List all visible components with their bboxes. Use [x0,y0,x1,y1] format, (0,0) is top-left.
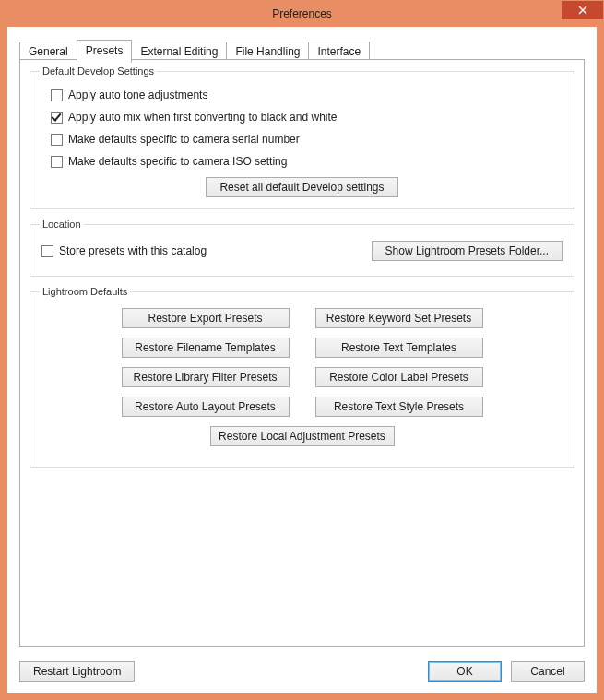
restore-filename-templates-button[interactable]: Restore Filename Templates [122,338,290,358]
row-defaults-iso: Make defaults specific to camera ISO set… [51,155,564,168]
label-apply-auto-mix: Apply auto mix when first converting to … [68,111,337,124]
tab-strip: GeneralPresetsExternal EditingFile Handl… [19,40,585,60]
label-defaults-serial: Make defaults specific to camera serial … [68,133,300,146]
client-area: GeneralPresetsExternal EditingFile Handl… [7,27,597,693]
row-apply-auto-tone: Apply auto tone adjustments [51,89,564,101]
checkbox-store-with-catalog[interactable] [41,245,53,257]
show-presets-folder-button[interactable]: Show Lightroom Presets Folder... [372,241,563,261]
tab-page-presets: Default Develop Settings Apply auto tone… [19,59,585,647]
dialog-footer: Restart Lightroom OK Cancel [19,661,585,682]
restore-text-style-presets-button[interactable]: Restore Text Style Presets [315,397,483,417]
reset-develop-button[interactable]: Reset all default Develop settings [206,177,397,197]
tab-presets[interactable]: Presets [77,40,133,63]
group-default-develop-legend: Default Develop Settings [40,65,157,77]
checkbox-apply-auto-mix[interactable] [51,112,63,124]
checkbox-defaults-serial[interactable] [51,134,63,146]
checkbox-defaults-iso[interactable] [51,156,63,168]
restore-keyword-set-presets-button[interactable]: Restore Keyword Set Presets [315,308,483,328]
restore-text-templates-button[interactable]: Restore Text Templates [315,338,483,358]
row-apply-auto-mix: Apply auto mix when first converting to … [51,111,564,124]
restore-local-adjustment-presets-button[interactable]: Restore Local Adjustment Presets [210,426,395,446]
restart-lightroom-button[interactable]: Restart Lightroom [19,661,135,682]
titlebar: Preferences [1,1,603,27]
restore-auto-layout-presets-button[interactable]: Restore Auto Layout Presets [122,397,290,417]
row-store-with-catalog: Store presets with this catalog [41,244,207,257]
restore-library-filter-presets-button[interactable]: Restore Library Filter Presets [122,367,290,387]
window-title: Preferences [272,7,332,20]
label-apply-auto-tone: Apply auto tone adjustments [68,89,207,101]
close-icon [578,6,587,15]
label-defaults-iso: Make defaults specific to camera ISO set… [68,155,287,168]
checkbox-apply-auto-tone[interactable] [51,89,63,101]
cancel-button[interactable]: Cancel [511,661,585,682]
preferences-window: Preferences GeneralPresetsExternal Editi… [0,0,604,700]
group-lightroom-defaults: Lightroom Defaults Restore Export Preset… [30,286,574,468]
group-default-develop: Default Develop Settings Apply auto tone… [30,65,574,209]
restore-color-label-presets-button[interactable]: Restore Color Label Presets [315,367,483,387]
label-store-with-catalog: Store presets with this catalog [59,244,207,257]
window-close-button[interactable] [562,1,603,19]
row-defaults-serial: Make defaults specific to camera serial … [51,133,564,146]
group-location: Location Store presets with this catalog… [30,219,574,277]
restore-export-presets-button[interactable]: Restore Export Presets [122,308,290,328]
ok-button[interactable]: OK [428,661,502,682]
group-lightroom-defaults-legend: Lightroom Defaults [40,286,130,297]
group-location-legend: Location [40,219,84,230]
